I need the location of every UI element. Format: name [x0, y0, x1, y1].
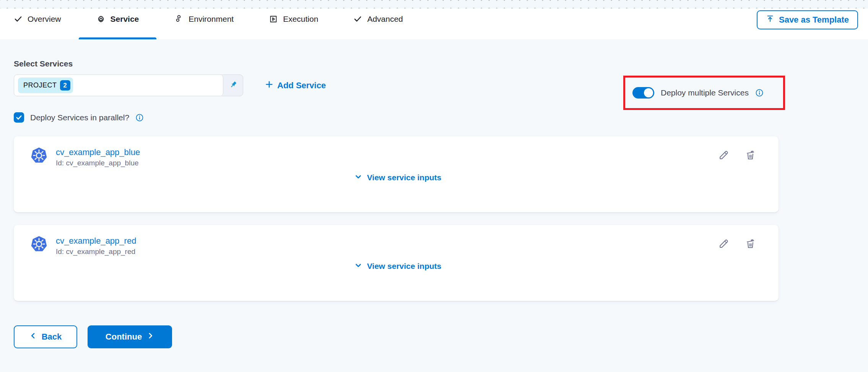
- upload-icon: [766, 15, 774, 25]
- service-id: Id: cv_example_app_blue: [56, 159, 140, 167]
- chip-label: PROJECT: [23, 81, 57, 89]
- service-card-actions: [718, 149, 765, 161]
- parallel-checkbox-row: Deploy Services in parallel?: [14, 112, 868, 123]
- tab-list: Overview Service Environment Execution: [0, 8, 421, 39]
- service-identity: cv_example_app_red Id: cv_example_app_re…: [56, 236, 136, 256]
- chevron-down-icon: [354, 173, 362, 183]
- info-icon[interactable]: [755, 89, 764, 97]
- view-service-inputs-button[interactable]: View service inputs: [31, 173, 765, 183]
- toggle-knob: [644, 88, 653, 97]
- tab-label: Service: [111, 15, 139, 24]
- continue-label: Continue: [106, 332, 142, 342]
- service-card: cv_example_app_red Id: cv_example_app_re…: [14, 225, 779, 301]
- delete-service-button[interactable]: [745, 238, 756, 249]
- add-service-button[interactable]: Add Service: [265, 80, 326, 91]
- view-service-inputs-label: View service inputs: [367, 262, 442, 271]
- delete-service-button[interactable]: [745, 149, 756, 161]
- select-services-label: Select Services: [14, 59, 868, 68]
- service-card: cv_example_app_blue Id: cv_example_app_b…: [14, 136, 779, 212]
- gear-icon: [96, 15, 106, 24]
- chevron-down-icon: [354, 261, 362, 272]
- view-service-inputs-button[interactable]: View service inputs: [31, 261, 765, 272]
- tab-label: Advanced: [367, 15, 403, 24]
- deploy-multiple-services-label: Deploy multiple Services: [661, 88, 749, 97]
- tab-advanced[interactable]: Advanced: [336, 8, 420, 39]
- tab-label: Overview: [28, 15, 61, 24]
- services-multiselect-input[interactable]: PROJECT 2: [14, 74, 243, 96]
- service-id: Id: cv_example_app_red: [56, 247, 136, 256]
- project-scope-chip[interactable]: PROJECT 2: [18, 78, 73, 93]
- chip-count-badge: 2: [60, 80, 70, 91]
- pipeline-stage-page: Overview Service Environment Execution: [0, 0, 868, 372]
- multiselect-field[interactable]: PROJECT 2: [14, 75, 223, 96]
- tab-service[interactable]: Service: [79, 8, 157, 39]
- service-name-link[interactable]: cv_example_app_blue: [56, 147, 140, 158]
- service-tab-content: Select Services PROJECT 2: [0, 39, 868, 372]
- back-label: Back: [42, 332, 62, 342]
- check-icon: [353, 15, 362, 23]
- continue-button[interactable]: Continue: [88, 325, 172, 348]
- service-name-link[interactable]: cv_example_app_red: [56, 236, 136, 246]
- tab-label: Environment: [189, 15, 234, 24]
- tab-label: Execution: [283, 15, 318, 24]
- tab-environment[interactable]: Environment: [156, 8, 251, 39]
- deploy-parallel-checkbox[interactable]: [14, 112, 24, 123]
- pin-button[interactable]: [223, 75, 243, 96]
- dotted-background-strip: [0, 0, 868, 8]
- tab-overview[interactable]: Overview: [0, 8, 79, 39]
- edit-service-button[interactable]: [718, 149, 730, 161]
- service-card-actions: [718, 238, 765, 249]
- info-icon[interactable]: [135, 113, 144, 122]
- back-button[interactable]: Back: [14, 325, 77, 348]
- save-as-template-label: Save as Template: [779, 15, 849, 25]
- save-as-template-button[interactable]: Save as Template: [757, 10, 858, 29]
- deploy-parallel-label: Deploy Services in parallel?: [30, 113, 129, 122]
- tab-execution[interactable]: Execution: [251, 8, 336, 39]
- plus-icon: [265, 80, 273, 91]
- chevron-right-icon: [146, 332, 154, 342]
- wizard-footer: Back Continue: [14, 325, 868, 348]
- service-identity: cv_example_app_blue Id: cv_example_app_b…: [56, 147, 140, 167]
- chevron-left-icon: [29, 332, 37, 342]
- stage-tabbar: Overview Service Environment Execution: [0, 8, 868, 39]
- pin-icon: [229, 80, 238, 91]
- view-service-inputs-label: View service inputs: [367, 173, 442, 182]
- add-service-label: Add Service: [277, 81, 326, 91]
- check-icon: [14, 15, 23, 23]
- kubernetes-icon: [31, 147, 47, 165]
- execution-play-icon: [269, 15, 278, 24]
- edit-service-button[interactable]: [718, 238, 730, 249]
- service-card-header: cv_example_app_blue Id: cv_example_app_b…: [31, 147, 765, 167]
- environment-hexagons-icon: [174, 14, 184, 24]
- annotation-red-box: Deploy multiple Services: [623, 76, 785, 110]
- deploy-multiple-services-toggle[interactable]: [632, 87, 654, 99]
- kubernetes-icon: [31, 236, 47, 254]
- service-card-header: cv_example_app_red Id: cv_example_app_re…: [31, 236, 765, 256]
